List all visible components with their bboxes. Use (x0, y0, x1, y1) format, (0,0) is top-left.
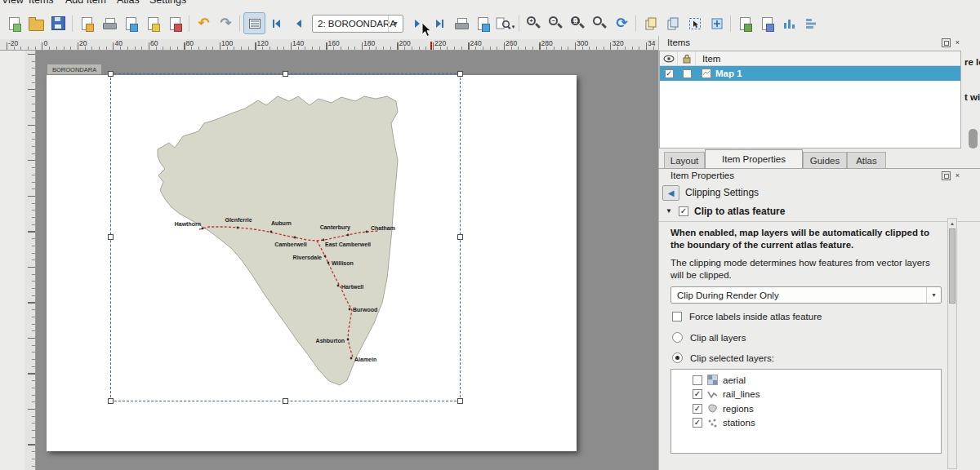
menu-atlas[interactable]: Atlas (117, 0, 140, 6)
export-as-svg-icon (148, 17, 158, 30)
refresh-view-button[interactable]: ⟳ (611, 12, 633, 34)
print-atlas-button[interactable] (450, 12, 472, 34)
menu-view[interactable]: View (2, 0, 24, 6)
lower-items-button[interactable] (756, 12, 778, 34)
collapse-group-icon[interactable]: ▼ (666, 207, 672, 215)
breadcrumb: Clipping Settings (685, 187, 759, 198)
horizontal-ruler[interactable]: -200204060801001201401601802002202402602… (0, 39, 658, 51)
qgis-layout-window: ViewItemsAdd ItemAtlasSettings ↶↷2: BORO… (0, 0, 980, 470)
tab-guides[interactable]: Guides (803, 152, 847, 168)
export-atlas-as-image-button[interactable] (472, 12, 494, 34)
force-labels-checkbox[interactable] (672, 312, 682, 321)
scroll-up-icon[interactable]: ▲ (948, 219, 956, 228)
next-feature-button[interactable] (406, 12, 428, 34)
last-feature-button[interactable] (428, 12, 450, 34)
resize-handle[interactable] (283, 398, 288, 404)
save-layout-button[interactable] (47, 12, 69, 34)
resize-handle[interactable] (457, 234, 463, 240)
zoom-out-button[interactable]: − (545, 12, 567, 34)
ruler-label: 200 (399, 39, 411, 47)
layer-row-aerial[interactable]: aerial (671, 373, 941, 388)
force-labels-row[interactable]: Force labels inside atlas feature (672, 312, 822, 321)
layer-checkbox[interactable]: ✓ (693, 389, 702, 399)
undock-panel-icon[interactable] (942, 38, 951, 47)
point-layer-icon (707, 418, 718, 428)
layer-name: aerial (723, 375, 746, 385)
ruler-label: 100 (221, 39, 233, 47)
raise-items-button[interactable] (734, 12, 756, 34)
print-layout-button[interactable] (98, 12, 120, 34)
clip-all-row[interactable]: Clip all layers (672, 332, 746, 343)
first-feature-button[interactable] (265, 12, 287, 34)
undo-icon: ↶ (198, 16, 209, 30)
scrollbar-thumb[interactable] (969, 129, 978, 149)
select-move-item-button[interactable] (684, 12, 706, 34)
resize-handle[interactable] (108, 71, 114, 77)
clipping-mode-combobox[interactable]: Clip During Render Only ▾ (670, 286, 942, 304)
layer-checkbox[interactable]: ✓ (693, 404, 702, 414)
layer-row-regions[interactable]: ✓regions (671, 401, 941, 416)
chevron-down-icon: ▾ (512, 24, 515, 30)
tab-atlas[interactable]: Atlas (847, 152, 886, 168)
svg-text:Camberwell: Camberwell (274, 242, 306, 247)
export-atlas-options-button[interactable]: ▾ (494, 12, 516, 34)
layer-checkbox[interactable] (693, 375, 702, 385)
atlas-feature-combo[interactable]: 2: BOROONDARA▾ (312, 15, 403, 33)
menu-items[interactable]: Items (29, 0, 54, 6)
menu-settings[interactable]: Settings (149, 0, 186, 6)
zoom-full-button[interactable] (589, 12, 611, 34)
layer-checkbox[interactable]: ✓ (693, 418, 702, 428)
export-atlas-options-icon: ▾ (496, 17, 515, 30)
copy-item-button[interactable] (639, 12, 662, 34)
clip-to-atlas-checkbox[interactable]: ✓ (679, 206, 688, 216)
layer-row-rail_lines[interactable]: ✓rail_lines (671, 388, 941, 402)
clip-selected-row[interactable]: Clip selected layers: (672, 352, 774, 363)
resize-handle[interactable] (283, 71, 288, 77)
item-lock-checkbox[interactable] (683, 69, 692, 78)
undo-button[interactable]: ↶ (193, 12, 215, 34)
export-as-pdf-button[interactable] (164, 12, 186, 34)
paste-item-button[interactable] (662, 12, 684, 34)
zoom-actual-button[interactable]: 1:1 (567, 12, 589, 34)
map-item-frame[interactable]: HawthornGlenferrieAuburnCamberwellEast C… (110, 73, 461, 401)
undock-panel-icon[interactable] (942, 171, 951, 180)
vertical-ruler[interactable] (24, 51, 36, 470)
next-feature-icon (411, 17, 424, 30)
clip-selected-radio[interactable] (672, 352, 683, 363)
items-table-row[interactable]: ✓Map 1 (660, 66, 960, 81)
scrollbar-thumb[interactable] (949, 228, 956, 304)
align-items-button[interactable] (778, 12, 800, 34)
back-button[interactable]: ◀ (662, 185, 679, 201)
zoom-in-button[interactable]: + (523, 12, 545, 34)
tab-layout[interactable]: Layout (664, 152, 705, 168)
close-panel-icon[interactable]: × (953, 38, 962, 47)
open-layout-button[interactable] (25, 12, 47, 34)
export-as-image-button[interactable] (120, 12, 142, 34)
item-visibility-checkbox[interactable]: ✓ (665, 69, 674, 78)
close-panel-icon[interactable]: × (953, 171, 962, 180)
resize-handle[interactable] (108, 398, 114, 404)
move-item-content-button[interactable] (706, 12, 728, 34)
resize-handle[interactable] (457, 398, 463, 404)
item-label: Map 1 (715, 69, 742, 78)
preview-atlas-button[interactable] (243, 12, 265, 34)
save-as-template-button[interactable] (76, 12, 98, 34)
chevron-down-icon: ▾ (926, 287, 941, 303)
menu-add-item[interactable]: Add Item (65, 0, 106, 6)
resize-handle[interactable] (108, 234, 114, 240)
previous-feature-button[interactable] (287, 12, 310, 34)
toolbar-separator (516, 13, 523, 34)
layer-row-stations[interactable]: ✓stations (671, 416, 941, 431)
clip-all-radio[interactable] (672, 332, 683, 343)
toolbar-separator (186, 13, 193, 34)
scrollbar[interactable]: ▲ (947, 218, 957, 469)
resize-handle[interactable] (457, 71, 463, 77)
redo-button[interactable]: ↷ (215, 12, 237, 34)
new-layout-button[interactable] (3, 12, 25, 34)
ruler-label: 120 (257, 39, 269, 47)
chevron-down-icon: ▾ (388, 16, 403, 32)
layout-canvas[interactable]: BOROONDARA HawthornGlenferrieAuburnCambe… (36, 51, 658, 470)
distribute-items-button[interactable] (800, 12, 822, 34)
export-as-svg-button[interactable] (142, 12, 164, 34)
tab-item-properties[interactable]: Item Properties (705, 149, 803, 168)
